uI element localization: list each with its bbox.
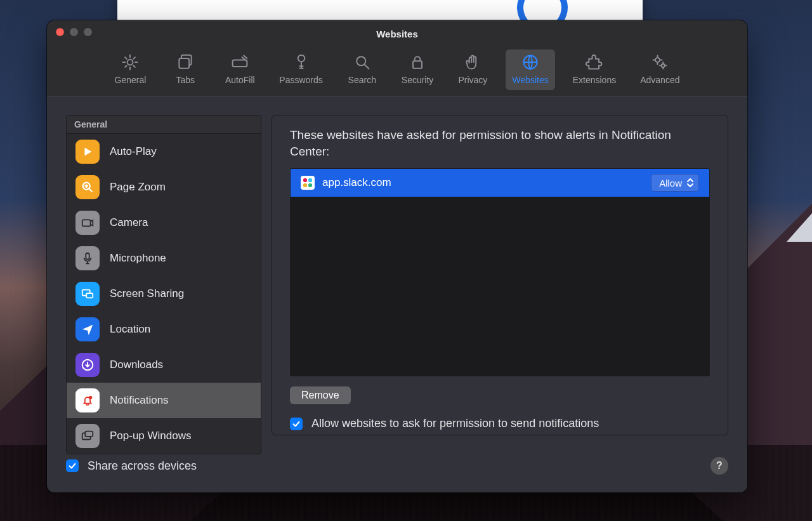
- window-title: Websites: [47, 25, 747, 39]
- play-icon: [75, 140, 100, 164]
- sidebar-item-label: Downloads: [110, 359, 163, 371]
- key-icon: [292, 53, 310, 71]
- notifications-panel: These websites have asked for permission…: [272, 115, 728, 435]
- permission-value: Allow: [659, 178, 682, 188]
- tabs-icon: [176, 53, 194, 71]
- sidebar-item-label: Location: [110, 323, 150, 336]
- website-row[interactable]: app.slack.com Allow: [291, 169, 709, 197]
- svg-rect-5: [413, 61, 422, 68]
- svg-rect-11: [86, 253, 89, 260]
- ask-permission-checkbox[interactable]: [290, 418, 303, 430]
- sidebar-item-location[interactable]: Location: [67, 312, 261, 347]
- panel-footer: Share across devices ?: [66, 457, 728, 475]
- gear-icon: [121, 53, 139, 71]
- website-domain: app.slack.com: [322, 176, 391, 189]
- location-icon: [75, 317, 100, 341]
- tab-websites[interactable]: Websites: [506, 49, 554, 90]
- sidebar-item-microphone[interactable]: Microphone: [67, 241, 261, 276]
- lock-icon: [409, 53, 426, 71]
- svg-rect-10: [82, 220, 91, 226]
- sidebar-item-label: Page Zoom: [110, 181, 166, 194]
- preferences-window: Websites General Tabs AutoFill Passwords…: [47, 20, 747, 492]
- autofill-icon: [231, 53, 249, 71]
- tab-privacy[interactable]: Privacy: [451, 49, 494, 90]
- screenshare-icon: [75, 282, 100, 306]
- tab-security[interactable]: Security: [395, 49, 440, 90]
- sidebar-item-label: Auto-Play: [110, 145, 157, 158]
- slack-icon: [301, 176, 315, 190]
- tab-general[interactable]: General: [108, 49, 153, 90]
- tab-label: Search: [348, 75, 376, 85]
- tab-advanced[interactable]: Advanced: [634, 49, 686, 90]
- ask-permission-label: Allow websites to ask for permission to …: [311, 417, 599, 430]
- svg-rect-13: [86, 293, 93, 298]
- svg-point-0: [128, 60, 133, 65]
- popup-icon: [75, 424, 100, 448]
- svg-point-3: [298, 55, 304, 62]
- help-button[interactable]: ?: [710, 457, 728, 475]
- share-across-devices-checkbox[interactable]: [66, 459, 79, 472]
- window-zoom-button[interactable]: [84, 28, 92, 36]
- sidebar-item-label: Notifications: [110, 394, 169, 407]
- tab-extensions[interactable]: Extensions: [566, 49, 622, 90]
- tab-label: Websites: [512, 75, 548, 85]
- chevron-updown-icon: [686, 176, 695, 189]
- gears-icon: [651, 53, 669, 71]
- websites-sidebar: General Auto-Play Page Zoom Camera: [66, 115, 261, 454]
- sidebar-item-screensharing[interactable]: Screen Sharing: [67, 276, 261, 312]
- tab-label: Advanced: [640, 75, 679, 85]
- puzzle-icon: [586, 53, 603, 71]
- window-titlebar[interactable]: Websites: [47, 20, 747, 43]
- sidebar-item-label: Camera: [110, 216, 148, 229]
- window-close-button[interactable]: [56, 28, 64, 36]
- mic-icon: [75, 246, 100, 270]
- camera-icon: [75, 211, 100, 235]
- tab-label: Privacy: [458, 75, 487, 85]
- remove-button[interactable]: Remove: [290, 386, 351, 404]
- sidebar-item-popups[interactable]: Pop-up Windows: [67, 418, 261, 454]
- svg-point-8: [662, 64, 665, 67]
- svg-rect-2: [233, 60, 247, 67]
- sidebar-item-notifications[interactable]: Notifications: [67, 383, 261, 418]
- svg-rect-17: [85, 432, 93, 437]
- tab-label: Passwords: [279, 75, 322, 85]
- globe-icon: [521, 53, 539, 71]
- tab-label: Security: [402, 75, 434, 85]
- share-across-devices-label: Share across devices: [88, 459, 197, 473]
- preferences-toolbar: General Tabs AutoFill Passwords Search S…: [47, 43, 747, 97]
- website-permission-list[interactable]: app.slack.com Allow: [290, 168, 710, 376]
- window-minimize-button[interactable]: [70, 28, 78, 36]
- tab-label: Extensions: [573, 75, 616, 85]
- sidebar-item-camera[interactable]: Camera: [67, 205, 261, 241]
- zoom-icon: [75, 175, 100, 199]
- search-icon: [353, 53, 371, 71]
- tab-passwords[interactable]: Passwords: [273, 49, 329, 90]
- svg-rect-1: [180, 58, 190, 69]
- tab-search[interactable]: Search: [341, 49, 384, 90]
- svg-point-7: [655, 58, 660, 62]
- sidebar-item-autoplay[interactable]: Auto-Play: [67, 134, 261, 169]
- sidebar-item-label: Pop-up Windows: [110, 430, 192, 442]
- tab-label: Tabs: [176, 75, 195, 85]
- sidebar-section-header: General: [67, 115, 261, 134]
- tab-tabs[interactable]: Tabs: [164, 49, 207, 90]
- sidebar-item-label: Screen Sharing: [110, 287, 184, 300]
- bell-icon: [75, 388, 100, 412]
- sidebar-item-downloads[interactable]: Downloads: [67, 347, 261, 383]
- tab-autofill[interactable]: AutoFill: [218, 49, 261, 90]
- tab-label: General: [115, 75, 147, 85]
- tab-label: AutoFill: [225, 75, 255, 85]
- download-icon: [75, 353, 100, 377]
- permission-select[interactable]: Allow: [651, 174, 699, 192]
- sidebar-item-pagezoom[interactable]: Page Zoom: [67, 169, 261, 205]
- panel-heading: These websites have asked for permission…: [290, 127, 710, 159]
- svg-point-15: [89, 396, 93, 400]
- hand-icon: [464, 53, 481, 71]
- sidebar-item-label: Microphone: [110, 252, 166, 265]
